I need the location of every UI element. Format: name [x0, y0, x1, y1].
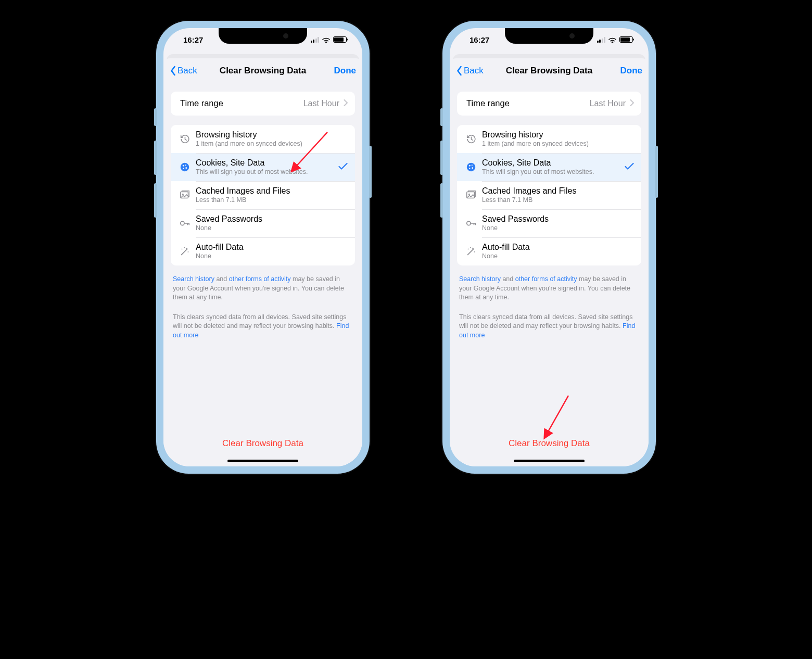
checkmark-icon: [625, 162, 634, 172]
wand-icon: [463, 246, 479, 257]
cached-images-row[interactable]: Cached Images and Files Less than 7.1 MB: [171, 181, 355, 209]
cookie-icon: [463, 161, 479, 173]
svg-point-20: [468, 249, 469, 250]
back-button[interactable]: Back: [456, 66, 484, 76]
row-subtitle: This will sign you out of most websites.: [482, 168, 625, 176]
browsing-history-row[interactable]: Browsing history 1 item (and more on syn…: [457, 125, 641, 153]
row-subtitle: None: [196, 224, 348, 233]
clear-browsing-data-button[interactable]: Clear Browsing Data: [450, 438, 649, 449]
status-time: 16:27: [178, 35, 203, 44]
modal-sheet: Back Clear Browsing Data Done Time range…: [163, 58, 362, 466]
key-icon: [177, 218, 193, 229]
row-title: Cached Images and Files: [482, 186, 634, 196]
cookies-row[interactable]: Cookies, Site Data This will sign you ou…: [457, 153, 641, 181]
wifi-icon: [322, 36, 331, 43]
time-range-label: Time range: [466, 98, 590, 109]
back-button[interactable]: Back: [170, 66, 197, 76]
screen: 16:27 Back Clear Browsing Data Done: [450, 28, 649, 466]
side-button: [440, 108, 443, 126]
battery-icon: [619, 36, 633, 43]
notch: [505, 28, 593, 44]
nav-bar: Back Clear Browsing Data Done: [450, 58, 649, 83]
time-range-row[interactable]: Time range Last Hour: [171, 92, 355, 116]
chevron-right-icon: [630, 99, 634, 108]
row-title: Saved Passwords: [482, 214, 634, 224]
battery-icon: [333, 36, 347, 43]
info-text-2: This clears synced data from all devices…: [457, 313, 641, 340]
data-types-group: Browsing history 1 item (and more on syn…: [171, 125, 355, 265]
volume-down-button: [154, 183, 157, 218]
info-text-1: Search history and other forms of activi…: [457, 275, 641, 302]
done-button[interactable]: Done: [620, 66, 643, 76]
row-subtitle: 1 item (and more on synced devices): [482, 140, 634, 148]
info-text-1: Search history and other forms of activi…: [171, 275, 355, 302]
search-history-link[interactable]: Search history: [459, 275, 501, 283]
row-subtitle: None: [482, 224, 634, 233]
other-activity-link[interactable]: other forms of activity: [229, 275, 291, 283]
search-history-link[interactable]: Search history: [173, 275, 214, 283]
svg-point-13: [469, 165, 471, 167]
row-subtitle: Less than 7.1 MB: [482, 196, 634, 205]
power-button: [369, 146, 372, 198]
clear-browsing-data-button[interactable]: Clear Browsing Data: [163, 438, 362, 449]
info-text-2: This clears synced data from all devices…: [171, 313, 355, 340]
nav-bar: Back Clear Browsing Data Done: [163, 58, 362, 83]
volume-down-button: [440, 183, 443, 218]
home-indicator[interactable]: [227, 460, 298, 462]
history-icon: [463, 133, 479, 145]
row-title: Auto-fill Data: [196, 242, 348, 252]
svg-point-16: [469, 168, 470, 169]
phone-frame-left: 16:27 Back Clear Browsing Data Done: [156, 21, 370, 474]
cookies-row[interactable]: Cookies, Site Data This will sign you ou…: [171, 153, 355, 181]
screen: 16:27 Back Clear Browsing Data Done: [163, 28, 362, 466]
svg-point-19: [467, 221, 471, 225]
svg-point-15: [472, 167, 473, 169]
cached-images-row[interactable]: Cached Images and Files Less than 7.1 MB: [457, 181, 641, 209]
time-range-group: Time range Last Hour: [171, 92, 355, 116]
chevron-left-icon: [456, 66, 463, 76]
time-range-row[interactable]: Time range Last Hour: [457, 92, 641, 116]
history-icon: [177, 133, 193, 145]
row-title: Cached Images and Files: [196, 186, 348, 196]
cellular-signal-icon: [597, 37, 606, 43]
row-subtitle: 1 item (and more on synced devices): [196, 140, 348, 148]
svg-point-10: [188, 251, 189, 252]
power-button: [655, 146, 658, 198]
checkmark-icon: [338, 162, 348, 172]
svg-point-7: [181, 221, 184, 225]
saved-passwords-row[interactable]: Saved Passwords None: [171, 209, 355, 237]
browsing-history-row[interactable]: Browsing history 1 item (and more on syn…: [171, 125, 355, 153]
done-button[interactable]: Done: [334, 66, 357, 76]
volume-up-button: [154, 141, 157, 175]
svg-point-18: [468, 194, 470, 195]
svg-point-12: [467, 163, 476, 172]
autofill-row[interactable]: Auto-fill Data None: [457, 237, 641, 265]
row-subtitle: None: [196, 252, 348, 261]
row-subtitle: This will sign you out of most websites.: [196, 168, 338, 176]
row-title: Browsing history: [482, 130, 634, 140]
svg-point-3: [185, 167, 187, 169]
svg-point-1: [183, 165, 184, 167]
saved-passwords-row[interactable]: Saved Passwords None: [457, 209, 641, 237]
svg-point-4: [183, 168, 184, 169]
time-range-group: Time range Last Hour: [457, 92, 641, 116]
row-title: Cookies, Site Data: [196, 158, 338, 168]
row-subtitle: None: [482, 252, 634, 261]
autofill-row[interactable]: Auto-fill Data None: [171, 237, 355, 265]
other-activity-link[interactable]: other forms of activity: [515, 275, 577, 283]
home-indicator[interactable]: [514, 460, 585, 462]
content: Time range Last Hour: [163, 83, 362, 466]
row-subtitle: Less than 7.1 MB: [196, 196, 348, 205]
image-icon: [463, 189, 479, 201]
phone-frame-right: 16:27 Back Clear Browsing Data Done: [442, 21, 656, 474]
volume-up-button: [440, 141, 443, 175]
svg-point-21: [470, 247, 471, 248]
chevron-right-icon: [344, 99, 348, 108]
time-range-label: Time range: [180, 98, 303, 109]
content: Time range Last Hour: [450, 83, 649, 466]
wand-icon: [177, 246, 193, 257]
back-label: Back: [464, 66, 484, 76]
svg-point-2: [185, 164, 186, 166]
row-title: Browsing history: [196, 130, 348, 140]
svg-point-8: [182, 249, 183, 250]
